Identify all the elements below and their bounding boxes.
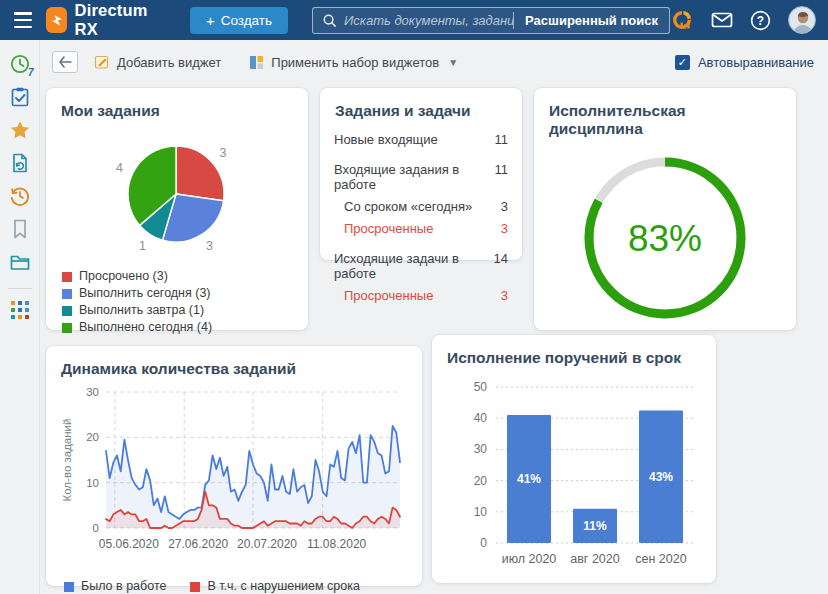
pie-slice[interactable]: [176, 146, 224, 201]
sidebar-item-recent[interactable]: [0, 185, 40, 207]
auto-align-toggle[interactable]: ✓ Автовыравнивание: [675, 55, 814, 70]
tasks-summary-row[interactable]: Исходящие задачи в работе14: [334, 251, 508, 281]
orders-bar-chart: 0102030405041%июл 202011%авг 202043%сен …: [446, 367, 702, 583]
dynamics-line-chart: 010203005.06.202027.06.202020.07.202011.…: [60, 378, 408, 578]
y-tick-label: 20: [86, 431, 99, 443]
folder-icon: [9, 252, 31, 272]
apply-widget-set-button[interactable]: Применить набор виджетов ▼: [249, 55, 458, 70]
x-tick-label: 11.08.2020: [307, 537, 366, 551]
sidebar-item-assignments[interactable]: 7: [0, 53, 40, 75]
tasks-summary-row[interactable]: Со сроком «сегодня»3: [334, 199, 508, 214]
bar-value-label: 43%: [649, 470, 673, 484]
legend-swatch: [62, 289, 72, 299]
pie-value-label: 1: [139, 239, 146, 253]
row-label: Со сроком «сегодня»: [344, 199, 472, 214]
legend-swatch: [190, 582, 200, 592]
x-tick-label: 05.06.2020: [99, 537, 159, 551]
legend-item: Выполнено сегодня (4): [62, 319, 294, 336]
y-tick-label: 0: [93, 522, 99, 534]
sidebar-item-tasks[interactable]: [0, 86, 40, 108]
sidebar-item-folders[interactable]: [0, 251, 40, 273]
y-tick-label: 50: [474, 380, 488, 394]
sidebar-item-favorites[interactable]: [0, 119, 40, 141]
legend-item: Выполнить сегодня (3): [62, 285, 294, 302]
add-widget-button[interactable]: Добавить виджет: [94, 54, 221, 70]
widget-title: Задания и задачи: [335, 102, 508, 120]
y-tick-label: 10: [474, 505, 488, 519]
row-value: 3: [501, 221, 508, 236]
legend-label: Просрочено (3): [79, 268, 168, 285]
widget-title: Динамика количества заданий: [61, 360, 408, 378]
tasks-summary-row[interactable]: Входящие задания в работе11: [334, 162, 508, 192]
tasks-summary-rows: Новые входящие11Входящие задания в работ…: [334, 132, 508, 303]
x-tick-label: сен 2020: [635, 552, 686, 566]
dashboard-toolbar: Добавить виджет Применить набор виджетов…: [40, 40, 828, 84]
tasks-summary-row[interactable]: Просроченные3: [334, 221, 508, 236]
legend-item: Было в работе: [64, 578, 166, 594]
tasks-summary-row[interactable]: Просроченные3: [334, 288, 508, 303]
sidebar-item-modules[interactable]: [0, 299, 40, 321]
widget-my-tasks[interactable]: Мои задания 3314 Просрочено (3)Выполнить…: [46, 88, 308, 330]
legend-swatch: [62, 272, 72, 282]
auto-align-checkbox[interactable]: ✓: [675, 55, 690, 70]
legend-swatch: [62, 323, 72, 333]
widget-title: Исполнительская дисциплина: [549, 102, 782, 138]
sidebar-item-documents[interactable]: [0, 152, 40, 174]
auto-align-label: Автовыравнивание: [698, 55, 814, 70]
tasks-summary-row[interactable]: Новые входящие11: [334, 132, 508, 147]
legend-swatch: [62, 306, 72, 316]
row-label: Просроченные: [344, 221, 433, 236]
plus-icon: +: [206, 13, 215, 28]
chevron-down-icon: ▼: [448, 57, 458, 68]
search-input[interactable]: [344, 13, 513, 28]
my-tasks-pie-chart: 3314: [60, 120, 294, 266]
star-icon: [9, 119, 31, 141]
y-axis-label: Кол-во заданий: [61, 419, 73, 502]
search-bar: Расширенный поиск: [312, 7, 670, 34]
legend-item: В т.ч. с нарушением срока: [190, 578, 359, 594]
row-label: Просроченные: [344, 288, 433, 303]
legend-label: Выполнить завтра (1): [79, 302, 204, 319]
modules-grid-icon: [10, 300, 30, 320]
y-tick-label: 30: [86, 386, 99, 398]
history-icon: [9, 185, 31, 207]
document-refresh-icon: [10, 152, 30, 174]
pie-value-label: 3: [219, 146, 226, 160]
widget-orders[interactable]: Исполнение поручений в срок 010203040504…: [432, 335, 716, 583]
widget-discipline[interactable]: Исполнительская дисциплина 83%: [534, 88, 796, 330]
legend-item: Выполнить завтра (1): [62, 302, 294, 319]
my-tasks-legend: Просрочено (3)Выполнить сегодня (3)Выпол…: [62, 268, 294, 336]
support-stats-icon[interactable]: [670, 8, 694, 32]
pie-value-label: 4: [116, 161, 123, 175]
topbar-actions: ?: [670, 6, 818, 34]
row-label: Входящие задания в работе: [334, 162, 495, 192]
bar-value-label: 41%: [517, 472, 541, 486]
create-button[interactable]: + Создать: [190, 7, 288, 34]
row-value: 11: [495, 162, 509, 192]
row-label: Новые входящие: [334, 132, 438, 147]
y-tick-label: 40: [474, 411, 488, 425]
sidebar-item-bookmarks[interactable]: [0, 218, 40, 240]
topbar: Directum RX + Создать Расширенный поиск: [0, 0, 828, 40]
discipline-ring-chart: 83%: [548, 138, 782, 346]
back-button[interactable]: [52, 51, 78, 73]
row-value: 11: [495, 132, 509, 147]
widget-dynamics[interactable]: Динамика количества заданий 010203005.06…: [46, 346, 422, 586]
y-tick-label: 20: [474, 474, 488, 488]
legend-label: Было в работе: [81, 578, 166, 594]
row-value: 3: [501, 199, 508, 214]
user-avatar[interactable]: [788, 6, 816, 34]
directum-logo-icon[interactable]: [46, 7, 67, 33]
help-icon[interactable]: ?: [750, 10, 771, 31]
svg-text:?: ?: [757, 13, 764, 27]
widget-set-icon: [249, 55, 264, 70]
legend-label: В т.ч. с нарушением срока: [207, 578, 359, 594]
widget-title: Исполнение поручений в срок: [447, 349, 702, 367]
mail-icon[interactable]: [711, 11, 733, 29]
menu-icon[interactable]: [14, 12, 32, 28]
pie-value-label: 3: [206, 239, 213, 253]
x-tick-label: 27.06.2020: [168, 537, 228, 551]
x-tick-label: авг 2020: [570, 552, 619, 566]
widget-tasks-summary[interactable]: Задания и задачи Новые входящие11Входящи…: [320, 88, 522, 260]
advanced-search-button[interactable]: Расширенный поиск: [514, 13, 669, 28]
